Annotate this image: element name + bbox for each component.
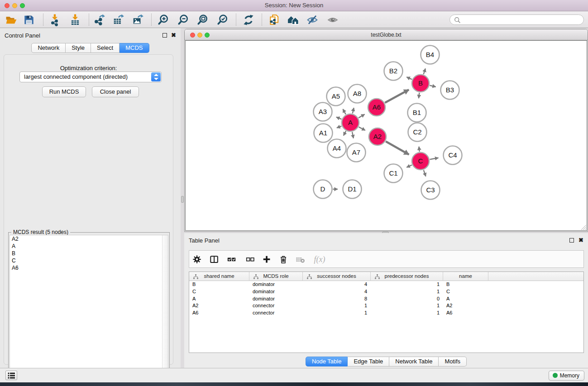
cell-shared-name[interactable]: C	[189, 288, 249, 295]
show-visual-button[interactable]	[325, 13, 340, 27]
tab-edge-table[interactable]: Edge Table	[348, 357, 389, 367]
open-folder-button[interactable]	[4, 13, 19, 27]
network-canvas[interactable]: B4B2BB3A5A8A6A3B1AC2A1A2A4A7C4CC1C3DD1	[185, 40, 587, 231]
table-close-icon[interactable]: ✖	[578, 238, 583, 243]
edge-A-A8[interactable]	[353, 108, 354, 113]
memory-button[interactable]: Memory	[549, 371, 584, 381]
cell-predecessor-nodes[interactable]: 1	[371, 281, 443, 288]
resize-grip-icon[interactable]	[580, 224, 586, 230]
splitter-grip-icon[interactable]	[181, 196, 184, 203]
cell-successor-nodes[interactable]: 4	[303, 281, 371, 288]
edge-A6-B[interactable]	[385, 90, 409, 103]
cell-name[interactable]: A6	[443, 310, 488, 317]
export-table-button[interactable]	[111, 13, 126, 27]
edge-A-A3[interactable]	[336, 117, 342, 119]
result-item[interactable]: C	[10, 257, 168, 264]
tab-style[interactable]: Style	[66, 43, 91, 53]
delete-column-button[interactable]	[277, 253, 291, 266]
column-header-shared-name[interactable]: shared name	[189, 272, 249, 281]
edge-C-C4[interactable]	[430, 158, 439, 159]
tab-network[interactable]: Network	[31, 43, 66, 53]
cell-name[interactable]: A2	[443, 302, 488, 310]
result-item[interactable]: B	[10, 250, 168, 257]
cell-shared-name[interactable]: A6	[189, 310, 249, 317]
result-item[interactable]: A6	[10, 264, 168, 272]
cell-shared-name[interactable]: B	[189, 281, 249, 288]
hide-visual-button[interactable]	[305, 13, 320, 27]
float-panel-icon[interactable]	[163, 33, 167, 38]
table-row[interactable]: A6connector11A6	[189, 310, 583, 317]
save-button[interactable]	[21, 13, 37, 27]
edge-A-A4[interactable]	[344, 131, 346, 136]
tab-network-table[interactable]: Network Table	[389, 357, 439, 367]
new-network-from-selection-button[interactable]	[267, 13, 282, 27]
close-panel-button[interactable]: Close panel	[92, 86, 139, 97]
cell-MCDS-role[interactable]: dominator	[249, 288, 303, 295]
table-row[interactable]: Cdominator41C	[189, 288, 583, 295]
cell-name[interactable]: A	[443, 295, 488, 303]
table-row[interactable]: A2connector11A2	[189, 302, 583, 310]
import-network-button[interactable]	[47, 13, 62, 27]
search-box[interactable]	[449, 14, 584, 25]
cell-predecessor-nodes[interactable]: 0	[371, 295, 443, 303]
tab-select[interactable]: Select	[91, 43, 120, 53]
edge-B-B2[interactable]	[406, 77, 412, 79]
cell-successor-nodes[interactable]: 8	[303, 295, 371, 303]
cell-successor-nodes[interactable]: 4	[303, 288, 371, 295]
edge-C-C3[interactable]	[424, 170, 426, 176]
edge-B-B3[interactable]	[430, 86, 435, 87]
function-builder-button[interactable]: f(x)	[311, 253, 329, 266]
column-header-MCDS-role[interactable]: MCDS role	[249, 272, 303, 281]
delete-table-button[interactable]	[294, 253, 307, 266]
zoom-fit-button[interactable]	[195, 13, 210, 27]
network-graph[interactable]: B4B2BB3A5A8A6A3B1AC2A1A2A4A7C4CC1C3DD1	[186, 41, 587, 230]
edge-C-C2[interactable]	[419, 147, 419, 152]
export-image-button[interactable]	[130, 13, 146, 27]
cell-MCDS-role[interactable]: dominator	[249, 281, 303, 288]
cell-successor-nodes[interactable]: 1	[303, 302, 371, 310]
refresh-button[interactable]	[241, 13, 256, 27]
tab-mcds[interactable]: MCDS	[120, 43, 149, 53]
zoom-selected-button[interactable]	[215, 13, 230, 27]
column-header-predecessor-nodes[interactable]: predecessor nodes	[371, 272, 443, 281]
edge-A-A6[interactable]	[359, 114, 365, 118]
cell-shared-name[interactable]: A2	[189, 302, 249, 310]
cell-MCDS-role[interactable]: connector	[249, 302, 303, 310]
result-scrollbar[interactable]	[162, 235, 168, 384]
edge-B-B4[interactable]	[424, 68, 425, 74]
cell-predecessor-nodes[interactable]: 1	[371, 310, 443, 317]
cell-predecessor-nodes[interactable]: 1	[371, 302, 443, 310]
table-row[interactable]: Bdominator41B	[189, 281, 583, 288]
edge-A2-C[interactable]	[386, 141, 409, 154]
result-item[interactable]: A	[10, 243, 168, 250]
settings-button[interactable]	[191, 253, 204, 266]
table-float-icon[interactable]	[569, 238, 574, 243]
close-panel-icon[interactable]: ✖	[171, 33, 176, 38]
import-table-button[interactable]	[67, 13, 83, 27]
cell-name[interactable]: B	[443, 281, 488, 288]
cell-MCDS-role[interactable]: dominator	[249, 295, 303, 303]
search-input[interactable]	[463, 16, 579, 24]
run-mcds-button[interactable]: Run MCDS	[42, 86, 86, 97]
cell-shared-name[interactable]: A	[189, 295, 249, 303]
zoom-in-button[interactable]	[156, 13, 171, 27]
create-column-button[interactable]	[260, 253, 274, 266]
result-item[interactable]: A2	[10, 235, 168, 243]
edge-A-A5[interactable]	[343, 109, 345, 114]
unselect-all-button[interactable]	[244, 253, 257, 266]
edge-B-B1[interactable]	[419, 93, 420, 98]
edge-A-A2[interactable]	[359, 127, 365, 130]
column-header-name[interactable]: name	[443, 272, 488, 281]
cell-MCDS-role[interactable]: connector	[249, 310, 303, 317]
home-button[interactable]	[286, 13, 301, 27]
cell-name[interactable]: C	[443, 288, 488, 295]
select-all-button[interactable]	[225, 253, 239, 266]
tab-node-table[interactable]: Node Table	[306, 357, 348, 367]
export-network-button[interactable]	[92, 13, 107, 27]
cell-successor-nodes[interactable]: 1	[303, 310, 371, 317]
zoom-out-button[interactable]	[176, 13, 191, 27]
panel-splitter[interactable]	[181, 28, 184, 368]
mcds-result-list[interactable]: A2ABCA6	[10, 235, 168, 384]
cell-predecessor-nodes[interactable]: 1	[371, 288, 443, 295]
edge-A-A1[interactable]	[337, 126, 342, 128]
